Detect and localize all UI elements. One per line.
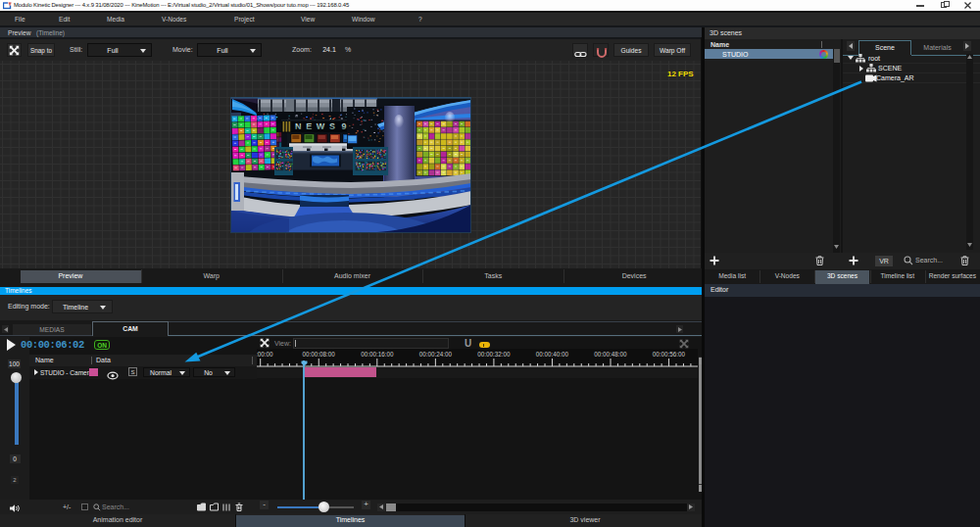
svg-text:00:00:08:00: 00:00:08:00: [303, 351, 336, 358]
svg-text:00:00:40:00: 00:00:40:00: [536, 351, 569, 358]
svg-text:00:00:16:00: 00:00:16:00: [361, 351, 394, 358]
svg-text:00:00:48:00: 00:00:48:00: [594, 351, 627, 358]
svg-text:00:00:32:00: 00:00:32:00: [477, 351, 511, 358]
svg-text:00:00:24:00: 00:00:24:00: [419, 351, 453, 358]
svg-text:9: 9: [341, 121, 346, 131]
svg-text:00:00:56:00: 00:00:56:00: [653, 351, 686, 358]
svg-text:NEWS: NEWS: [295, 121, 336, 131]
svg-text::00:00: :00:00: [257, 351, 273, 358]
